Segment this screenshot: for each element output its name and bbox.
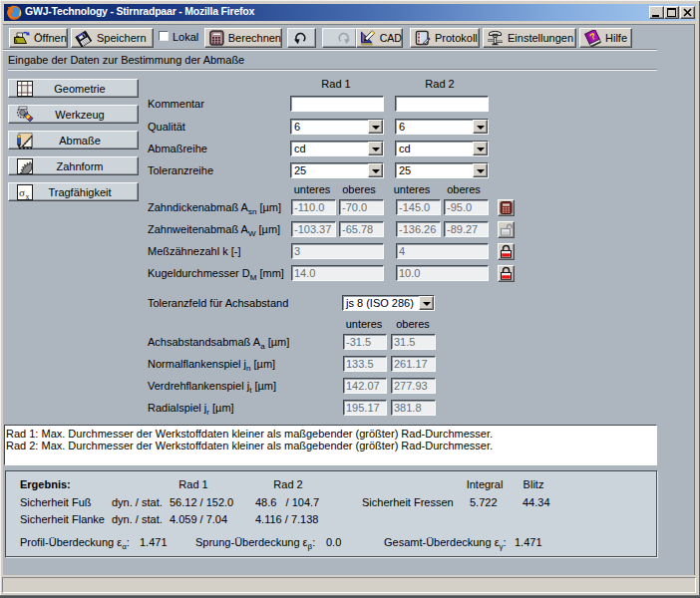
- svg-text:σ: σ: [19, 186, 25, 198]
